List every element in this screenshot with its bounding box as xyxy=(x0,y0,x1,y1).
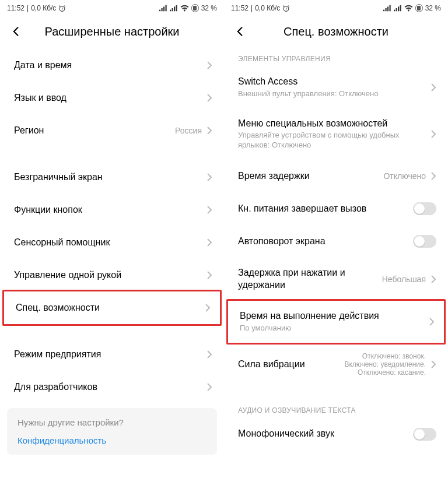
item-accessibility[interactable]: Спец. возможности xyxy=(4,291,220,324)
item-switch-access[interactable]: Switch Access Внешний пульт управления: … xyxy=(224,66,448,108)
item-auto-rotate[interactable]: Автоповорот экрана xyxy=(224,225,448,258)
chevron-right-icon xyxy=(430,360,436,369)
svg-rect-15 xyxy=(396,8,397,11)
status-time: 11:52 xyxy=(231,4,249,12)
footer-link-privacy[interactable]: Конфиденциальность xyxy=(18,435,206,445)
signal-icon xyxy=(383,5,391,12)
section-controls: ЭЛЕМЕНТЫ УПРАВЛЕНИЯ xyxy=(224,49,448,66)
svg-rect-17 xyxy=(400,5,401,12)
item-time-to-action[interactable]: Время на выполнение действия По умолчани… xyxy=(228,301,444,343)
footer-question: Нужны другие настройки? xyxy=(18,417,206,427)
section-audio-tts: АУДИО И ОЗВУЧИВАНИЕ ТЕКСТА xyxy=(224,400,448,418)
svg-rect-6 xyxy=(172,8,173,11)
svg-rect-1 xyxy=(159,10,160,12)
footer-card: Нужны другие настройки? Конфиденциальнос… xyxy=(7,408,217,455)
chevron-right-icon xyxy=(206,126,212,135)
chevron-right-icon xyxy=(206,173,212,182)
svg-rect-2 xyxy=(161,8,162,11)
item-mono-audio[interactable]: Монофонический звук xyxy=(224,418,448,451)
item-one-handed[interactable]: Управление одной рукой xyxy=(0,259,224,291)
svg-rect-10 xyxy=(383,10,384,12)
svg-rect-8 xyxy=(176,5,177,12)
wifi-icon xyxy=(404,5,413,12)
signal-icon-2 xyxy=(394,5,402,12)
alarm-icon xyxy=(58,5,66,12)
page-title: Спец. возможности xyxy=(257,25,415,38)
svg-rect-12 xyxy=(387,6,388,11)
toggle-off[interactable] xyxy=(413,235,436,248)
item-value: Небольшая xyxy=(382,275,426,284)
item-button-functions[interactable]: Функции кнопок xyxy=(0,194,224,226)
item-developer-options[interactable]: Для разработчиков xyxy=(0,371,224,403)
signal-icon xyxy=(159,5,167,12)
status-bar: 11:52 | 0,0 Кб/с 32 % xyxy=(0,0,224,16)
page-title: Расширенные настройки xyxy=(33,25,191,38)
chevron-right-icon xyxy=(206,270,212,280)
status-battery: 32 % xyxy=(425,4,441,12)
header: Спец. возможности xyxy=(224,16,448,49)
item-power-ends-call[interactable]: Кн. питания завершает вызов xyxy=(224,192,448,225)
item-fullscreen-display[interactable]: Безграничный экран xyxy=(0,161,224,194)
chevron-right-icon xyxy=(430,129,436,139)
svg-rect-11 xyxy=(385,8,386,11)
status-time: 11:52 xyxy=(7,4,24,12)
back-button[interactable] xyxy=(9,24,23,38)
svg-rect-16 xyxy=(398,6,399,11)
status-net: 0,0 Кб/с xyxy=(255,4,280,12)
alarm-icon xyxy=(282,5,290,12)
wifi-icon xyxy=(180,5,189,12)
item-date-time[interactable]: Дата и время xyxy=(0,49,224,82)
status-bar: 11:52 | 0,0 Кб/с 32 % xyxy=(224,0,448,16)
chevron-right-icon xyxy=(430,171,436,181)
item-value: Россия xyxy=(175,126,202,135)
item-vibration-strength[interactable]: Сила вибрации Отключено: звонок. Включен… xyxy=(224,343,448,386)
chevron-right-icon xyxy=(206,382,212,392)
toggle-off[interactable] xyxy=(413,202,436,215)
item-value: Отключено: звонок. Включено: уведомление… xyxy=(344,352,426,377)
battery-icon xyxy=(415,4,423,12)
svg-rect-7 xyxy=(174,6,175,11)
left-screen: 11:52 | 0,0 Кб/с 32 % Расширенные настро xyxy=(0,0,224,478)
svg-rect-5 xyxy=(170,10,171,12)
item-language-input[interactable]: Язык и ввод xyxy=(0,82,224,114)
item-region[interactable]: Регион Россия xyxy=(0,114,224,147)
chevron-right-icon xyxy=(206,61,212,70)
chevron-right-icon xyxy=(206,350,212,359)
toggle-off[interactable] xyxy=(413,428,436,441)
svg-rect-13 xyxy=(389,5,390,12)
chevron-right-icon xyxy=(206,238,212,247)
svg-rect-3 xyxy=(163,6,164,11)
chevron-right-icon xyxy=(206,93,212,103)
right-screen: 11:52 | 0,0 Кб/с 32 % Спец. возможности xyxy=(224,0,448,478)
item-quick-ball[interactable]: Сенсорный помощник xyxy=(0,226,224,259)
chevron-right-icon xyxy=(206,205,212,215)
chevron-right-icon xyxy=(205,303,211,312)
signal-icon-2 xyxy=(170,5,178,12)
item-delay-time[interactable]: Время задержки Отключено xyxy=(224,160,448,192)
battery-icon xyxy=(191,4,199,12)
chevron-right-icon xyxy=(430,83,436,92)
item-value: Отключено xyxy=(383,171,426,181)
highlight-time-to-action: Время на выполнение действия По умолчани… xyxy=(226,299,446,345)
chevron-right-icon xyxy=(430,275,436,284)
highlight-accessibility: Спец. возможности xyxy=(2,290,222,326)
chevron-right-icon xyxy=(429,317,435,326)
item-accessibility-menu[interactable]: Меню специальных возможностей Управляйте… xyxy=(224,108,448,160)
header: Расширенные настройки xyxy=(0,16,224,49)
svg-rect-4 xyxy=(165,5,166,12)
item-touch-hold-delay[interactable]: Задержка при нажатии и удержании Небольш… xyxy=(224,258,448,301)
svg-rect-14 xyxy=(394,10,395,12)
item-enterprise-mode[interactable]: Режим предприятия xyxy=(0,338,224,371)
status-battery: 32 % xyxy=(201,4,217,12)
back-button[interactable] xyxy=(233,24,247,38)
status-net: 0,0 Кб/с xyxy=(31,4,56,12)
